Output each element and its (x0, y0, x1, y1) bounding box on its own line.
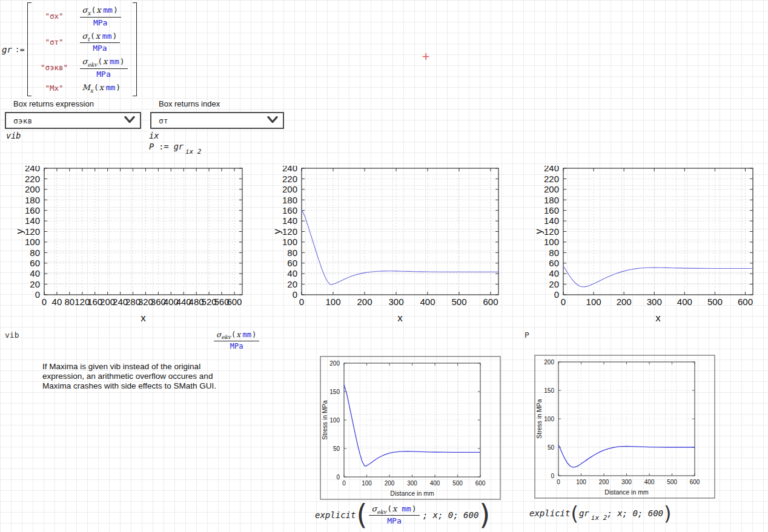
vib-variable[interactable]: vib (6, 131, 21, 140)
svg-text:160: 160 (282, 205, 297, 215)
svg-text:80: 80 (30, 248, 40, 258)
p-assignment-subscript: ix 2 (185, 148, 202, 156)
svg-text:140: 140 (25, 215, 40, 226)
svg-text:150: 150 (329, 389, 340, 395)
matrix-row: "Mx" Mx(x mm) (36, 83, 128, 94)
svg-text:100: 100 (25, 237, 40, 247)
explicit-sigma-ekv-expression[interactable]: explicit ( σekv(x mm) MPa ; x; 0; 600 ) (315, 502, 491, 527)
svg-text:x: x (141, 312, 146, 324)
svg-text:80: 80 (287, 248, 297, 258)
smath-plot-sigma-ekv[interactable]: 0100200300400500600020406080100120140160… (273, 166, 506, 327)
svg-text:160: 160 (25, 205, 40, 215)
matrix-row-value: σekv(x mm) MPa (80, 57, 128, 79)
svg-text:y: y (15, 229, 25, 234)
svg-text:300: 300 (621, 479, 632, 485)
p-label: P (525, 330, 529, 340)
maxima-note: If Maxima is given vib instead of the or… (42, 362, 225, 392)
svg-text:Stress in MPa: Stress in MPa (321, 400, 328, 440)
svg-text:240: 240 (282, 166, 297, 173)
svg-text:200: 200 (329, 360, 340, 367)
matrix-left-bracket (27, 2, 31, 96)
svg-text:200: 200 (544, 359, 554, 366)
svg-text:60: 60 (30, 258, 40, 268)
svg-text:600: 600 (690, 479, 700, 485)
open-paren: ( (356, 502, 367, 527)
assign-operator: := (15, 45, 25, 54)
svg-text:220: 220 (544, 174, 559, 184)
expression-dropdown[interactable]: σэкв (5, 112, 141, 129)
svg-text:150: 150 (544, 387, 554, 394)
svg-text:Stress in MPa: Stress in MPa (535, 399, 543, 439)
svg-text:x: x (397, 312, 403, 324)
svg-text:180: 180 (25, 195, 40, 205)
matrix-row: "σт" σt(x mm) MPa (36, 31, 128, 53)
svg-text:100: 100 (586, 297, 601, 307)
svg-text:600: 600 (475, 480, 486, 487)
svg-text:0: 0 (299, 297, 304, 307)
chevron-down-icon (267, 116, 278, 125)
sigma-ekv-fraction-label: σekv(x mm) MPa (214, 330, 259, 350)
svg-text:60: 60 (287, 258, 297, 268)
svg-text:80: 80 (65, 297, 75, 307)
svg-text:20: 20 (549, 279, 559, 289)
svg-text:Distance in mm: Distance in mm (604, 488, 649, 496)
svg-text:0: 0 (293, 289, 297, 300)
maxima-chart-p: 0100200300400500600050100150200Distance … (534, 355, 715, 501)
matrix-definition[interactable]: gr := "σx" σx(x mm) MPa "σт" σt(x mm) MP… (2, 2, 137, 96)
ix-variable[interactable]: ix (149, 131, 159, 140)
smath-plot-empty[interactable]: 0408012016020024028032036040044048052056… (15, 166, 250, 327)
svg-text:120: 120 (282, 226, 297, 237)
matrix-row-label: "σx" (36, 11, 73, 21)
svg-text:40: 40 (30, 268, 40, 278)
svg-text:140: 140 (282, 215, 297, 226)
svg-text:0: 0 (554, 289, 559, 300)
explicit-function-name: explicit (315, 510, 356, 520)
svg-text:120: 120 (25, 226, 40, 237)
svg-text:240: 240 (25, 166, 40, 173)
explicit-p-expression[interactable]: explicit ( grix 2 ; x; 0; 600 ) (529, 505, 672, 522)
gr-subscript: ix 2 (591, 514, 607, 522)
matrix-row-label: "σэкв" (36, 63, 73, 72)
svg-text:0: 0 (42, 297, 47, 307)
svg-text:200: 200 (544, 184, 559, 194)
svg-text:600: 600 (227, 297, 242, 307)
svg-text:0: 0 (551, 473, 554, 479)
svg-text:y: y (534, 229, 545, 234)
svg-text:80: 80 (549, 248, 559, 258)
vib-label: vib (5, 330, 19, 340)
matrix-row: "σx" σx(x mm) MPa (36, 5, 128, 27)
svg-text:500: 500 (667, 479, 677, 485)
svg-text:y: y (273, 229, 283, 234)
svg-text:180: 180 (282, 195, 297, 205)
smath-plot-p[interactable]: 0100200300400500600020406080100120140160… (534, 166, 760, 327)
svg-text:400: 400 (420, 297, 435, 307)
svg-text:500: 500 (452, 480, 463, 487)
svg-text:400: 400 (677, 297, 692, 307)
svg-text:500: 500 (451, 297, 466, 307)
explicit-arguments: ; x; 0; 600 (607, 508, 663, 518)
chevron-down-icon (124, 116, 135, 125)
svg-text:40: 40 (549, 268, 559, 278)
svg-text:200: 200 (599, 479, 609, 485)
svg-text:160: 160 (544, 205, 559, 215)
svg-text:100: 100 (282, 237, 297, 247)
matrix-row-value: σt(x mm) MPa (80, 31, 121, 53)
svg-text:300: 300 (388, 297, 403, 307)
svg-text:100: 100 (325, 297, 340, 307)
svg-text:200: 200 (25, 184, 40, 194)
svg-text:400: 400 (430, 480, 440, 487)
explicit-arguments: ; x; 0; 600 (423, 510, 479, 520)
svg-text:120: 120 (544, 226, 559, 237)
svg-text:0: 0 (557, 479, 560, 485)
svg-text:200: 200 (282, 184, 297, 194)
matrix-right-bracket (133, 2, 137, 96)
p-assignment[interactable]: P := grix 2 (149, 142, 199, 151)
index-dropdown[interactable]: σт (150, 112, 284, 129)
close-paren: ) (664, 505, 671, 522)
svg-text:140: 140 (544, 215, 559, 226)
matrix-row-label: "σт" (36, 38, 73, 47)
svg-text:300: 300 (407, 480, 417, 487)
svg-text:50: 50 (333, 445, 340, 452)
svg-text:40: 40 (287, 268, 297, 278)
svg-text:400: 400 (644, 479, 655, 485)
